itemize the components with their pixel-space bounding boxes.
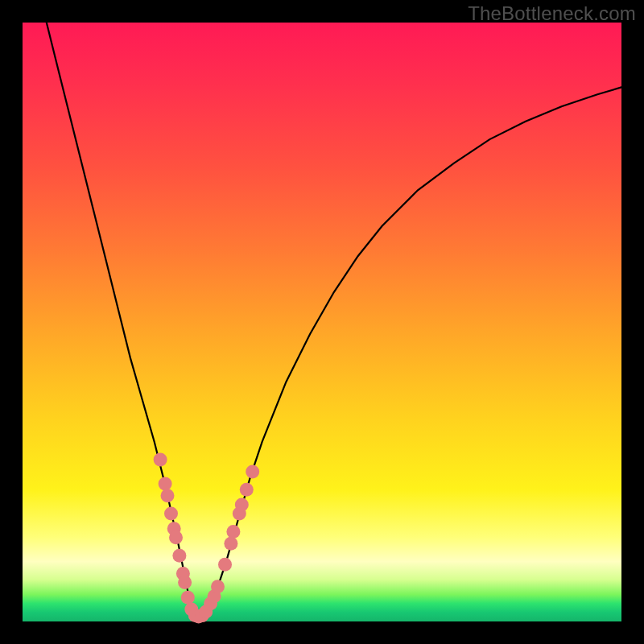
plot-area — [23, 23, 621, 621]
marker-dot — [226, 525, 240, 539]
marker-dot — [164, 507, 178, 521]
marker-dot — [154, 453, 167, 467]
marker-dot — [181, 591, 195, 605]
chart-frame: TheBottleneck.com — [0, 0, 644, 644]
marker-dot — [235, 497, 249, 511]
chart-svg — [23, 23, 621, 621]
marker-dot — [211, 580, 225, 593]
marker-dot — [172, 549, 186, 563]
marker-dot — [161, 489, 175, 502]
marker-dot — [224, 537, 237, 551]
marker-dot — [246, 465, 259, 479]
bottleneck-curve — [47, 23, 621, 616]
marker-dot — [159, 477, 172, 490]
marker-dot — [240, 483, 254, 497]
marker-dot — [178, 576, 192, 589]
marker-dot — [169, 530, 183, 544]
watermark-text: TheBottleneck.com — [468, 2, 636, 25]
markers-group — [154, 453, 260, 624]
marker-dot — [218, 558, 232, 572]
